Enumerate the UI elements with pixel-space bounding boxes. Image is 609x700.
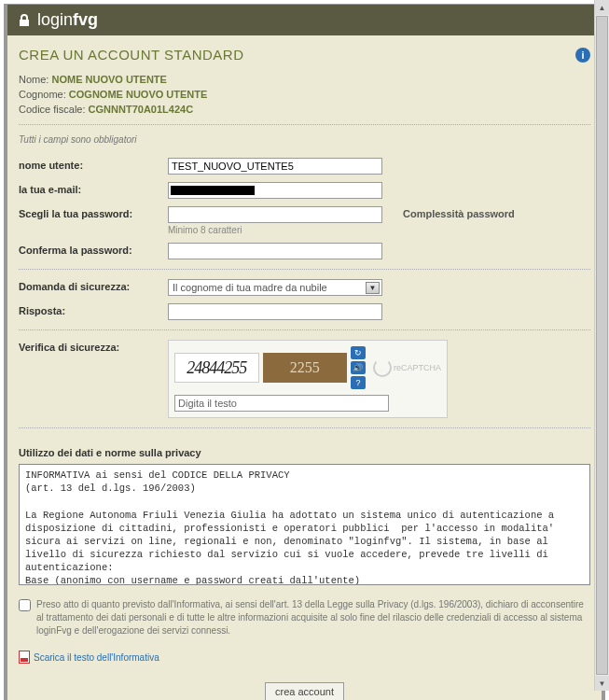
captcha-image-1: 24844255 [174,353,259,383]
recaptcha-logo: reCAPTCHA [373,358,441,377]
email-input[interactable] [168,182,382,199]
divider [19,269,590,270]
logo-text-suffix: fvg [73,10,98,30]
password-label: Scegli la tua password: [19,206,168,219]
logo-text-prefix: login [37,10,73,30]
header-bar: loginfvg [7,5,602,35]
username-input[interactable] [168,158,382,175]
static-name: Nome: NOME NUOVO UTENTE [19,74,590,85]
consent-checkbox[interactable] [19,599,31,611]
page-title: CREA UN ACCOUNT STANDARD [19,47,243,63]
security-answer-input[interactable] [168,303,382,320]
name-label: Nome: [19,74,48,85]
privacy-textarea[interactable]: INFORMATIVA ai sensi del CODICE DELLA PR… [19,464,590,585]
confirm-password-input[interactable] [168,243,382,259]
captcha-input[interactable] [174,395,389,412]
page-scrollbar[interactable]: ▲ ▼ [594,0,609,691]
pdf-icon [19,651,30,664]
info-icon[interactable]: i [575,48,590,63]
privacy-section-label: Utilizzo dei dati e norme sulla privacy [19,447,590,458]
captcha-refresh-icon[interactable]: ↻ [351,346,366,359]
main-panel: loginfvg CREA UN ACCOUNT STANDARD i Nome… [4,4,605,700]
download-informativa-link[interactable]: Scarica il testo dell'Informativa [19,651,159,664]
captcha-label: Verifica di sicurezza: [19,340,168,353]
static-surname: Cognome: COGNOME NUOVO UTENTE [19,89,590,100]
captcha-image-2: 2255 [263,353,347,383]
password-hint: Minimo 8 caratteri [168,225,392,235]
mandatory-note: Tutti i campi sono obbligatori [19,134,590,145]
scroll-thumb[interactable] [596,16,608,675]
surname-value: COGNOME NUOVO UTENTE [69,89,208,100]
security-question-select[interactable]: Il cognome di tua madre da nubile ▼ [168,279,382,296]
scroll-down-icon[interactable]: ▼ [595,676,609,691]
captcha-widget: 24844255 2255 ↻ 🔊 ? reCAPTCHA [168,340,448,418]
security-question-value: Il cognome di tua madre da nubile [173,282,327,293]
divider [19,329,590,330]
chevron-down-icon: ▼ [366,282,380,294]
lock-icon [17,13,32,28]
divider [19,427,590,428]
security-answer-label: Risposta: [19,303,168,316]
surname-label: Cognome: [19,89,66,100]
email-label: la tua e-mail: [19,182,168,195]
password-complexity-label: Complessità password [403,206,515,219]
create-account-button[interactable]: crea account [265,682,344,700]
static-fiscal: Codice fiscale: CGNNNT70A01L424C [19,104,590,115]
username-label: nome utente: [19,158,168,171]
captcha-help-icon[interactable]: ? [351,376,366,389]
divider [19,124,590,125]
confirm-password-label: Conferma la password: [19,243,168,256]
captcha-audio-icon[interactable]: 🔊 [351,361,366,374]
fiscal-value: CGNNNT70A01L424C [89,104,193,115]
security-question-label: Domanda di sicurezza: [19,279,168,292]
fiscal-label: Codice fiscale: [19,104,86,115]
name-value: NOME NUOVO UTENTE [51,74,166,85]
password-input[interactable] [168,206,382,223]
consent-text: Preso atto di quanto previsto dall'Infor… [36,598,590,637]
scroll-up-icon[interactable]: ▲ [595,0,609,15]
